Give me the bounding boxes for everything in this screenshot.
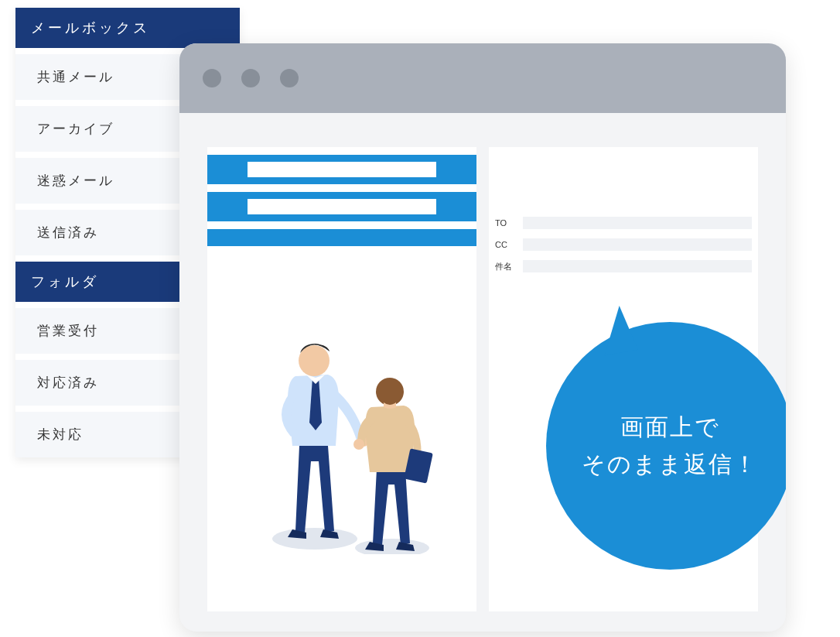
- window-dot-icon: [241, 69, 260, 87]
- bubble-line-2: そのまま返信！: [582, 446, 758, 483]
- compose-header-area: [489, 155, 758, 209]
- reply-speech-bubble: 画面上で そのまま返信！: [546, 322, 786, 570]
- mailbox-header: メールボックス: [15, 8, 240, 48]
- svg-point-3: [299, 345, 330, 376]
- subject-row: 件名: [489, 257, 758, 276]
- subject-label: 件名: [489, 261, 523, 272]
- window-dot-icon: [280, 69, 299, 87]
- mail-list-filter-1[interactable]: [207, 155, 476, 184]
- subject-input[interactable]: [523, 260, 752, 272]
- window-dot-icon: [203, 69, 221, 87]
- mail-list-header-bar: [207, 229, 476, 246]
- svg-point-6: [376, 378, 404, 406]
- filter-input-2[interactable]: [248, 199, 436, 214]
- cc-row: CC: [489, 235, 758, 254]
- cc-input[interactable]: [523, 238, 752, 251]
- svg-point-1: [355, 539, 429, 554]
- to-label: TO: [489, 218, 523, 228]
- to-row: TO: [489, 214, 758, 232]
- people-illustration-icon: [241, 307, 458, 554]
- title-bar: [179, 43, 786, 113]
- filter-input-1[interactable]: [248, 162, 436, 177]
- to-input[interactable]: [523, 217, 752, 229]
- svg-point-0: [272, 528, 357, 550]
- cc-label: CC: [489, 240, 523, 249]
- bubble-line-1: 画面上で: [620, 409, 720, 446]
- mail-list-filter-2[interactable]: [207, 192, 476, 221]
- app-window: TO CC 件名: [179, 43, 786, 632]
- svg-point-5: [353, 439, 364, 450]
